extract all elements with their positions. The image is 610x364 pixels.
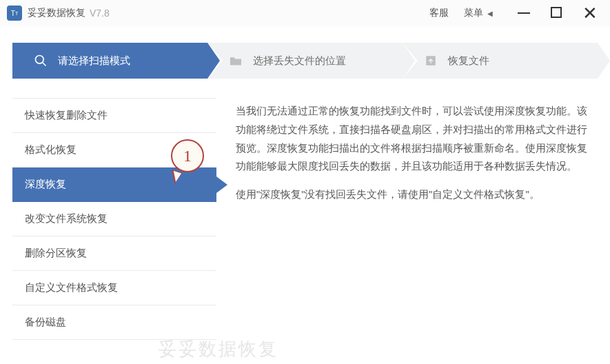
folder-icon	[228, 55, 243, 66]
annotation-callout: 1	[171, 139, 204, 172]
maximize-button[interactable]	[551, 6, 562, 21]
annotation-number: 1	[183, 147, 192, 165]
svg-point-0	[36, 56, 44, 64]
app-title: 妥妥数据恢复	[28, 7, 85, 19]
step-select-scan-mode[interactable]: 请选择扫描模式	[12, 43, 207, 79]
svg-line-1	[43, 63, 46, 66]
step-recover-files[interactable]: 恢复文件	[403, 43, 598, 79]
sidebar-item-delete-partition-recover[interactable]: 删除分区恢复	[12, 236, 216, 271]
app-logo-icon: TT	[7, 6, 22, 21]
step-select-location[interactable]: 选择丢失文件的位置	[207, 43, 403, 79]
dropdown-triangle-icon: ◀	[487, 10, 493, 17]
sidebar-item-backup-disk[interactable]: 备份磁盘	[12, 305, 216, 340]
sidebar-item-label: 备份磁盘	[25, 316, 66, 329]
sidebar-item-quick-delete-recover[interactable]: 快速恢复删除文件	[12, 99, 216, 133]
customer-service-link[interactable]: 客服	[429, 7, 449, 19]
sidebar-item-deep-recover[interactable]: 深度恢复	[12, 168, 216, 202]
minimize-button[interactable]	[518, 6, 530, 21]
step-label: 选择丢失文件的位置	[253, 54, 346, 68]
description-panel: 当我们无法通过正常的恢复功能找到文件时，可以尝试使用深度恢复功能。该功能将绕过文…	[216, 98, 598, 340]
app-version: V7.8	[90, 8, 110, 19]
description-paragraph-1: 当我们无法通过正常的恢复功能找到文件时，可以尝试使用深度恢复功能。该功能将绕过文…	[236, 102, 593, 176]
step-label: 恢复文件	[448, 54, 489, 68]
sidebar-item-label: 深度恢复	[25, 178, 66, 191]
restore-up-icon	[423, 54, 438, 67]
close-button[interactable]: ✕	[582, 4, 598, 22]
scan-mode-sidebar: 快速恢复删除文件 格式化恢复 深度恢复 改变文件系统恢复 删除分区恢复 自定义文…	[12, 98, 216, 340]
description-paragraph-2: 使用"深度恢复"没有找回丢失文件，请使用"自定义文件格式恢复"。	[236, 185, 593, 204]
sidebar-item-label: 改变文件系统恢复	[25, 212, 108, 225]
search-icon	[33, 54, 48, 68]
watermark-text: 妥妥数据恢复	[159, 337, 278, 361]
sidebar-item-label: 格式化恢复	[25, 143, 77, 156]
sidebar-item-filesystem-change-recover[interactable]: 改变文件系统恢复	[12, 202, 216, 236]
sidebar-item-label: 自定义文件格式恢复	[25, 281, 118, 294]
sidebar-item-label: 快速恢复删除文件	[25, 109, 108, 122]
sidebar-item-custom-format-recover[interactable]: 自定义文件格式恢复	[12, 271, 216, 305]
step-bar: 请选择扫描模式 选择丢失文件的位置 恢复文件	[12, 43, 598, 79]
menu-label: 菜单	[464, 7, 483, 19]
step-label: 请选择扫描模式	[58, 54, 130, 68]
sidebar-item-label: 删除分区恢复	[25, 247, 87, 260]
menu-dropdown[interactable]: 菜单 ◀	[464, 7, 493, 19]
title-bar: TT 妥妥数据恢复 V7.8 客服 菜单 ◀ ✕	[0, 0, 610, 26]
